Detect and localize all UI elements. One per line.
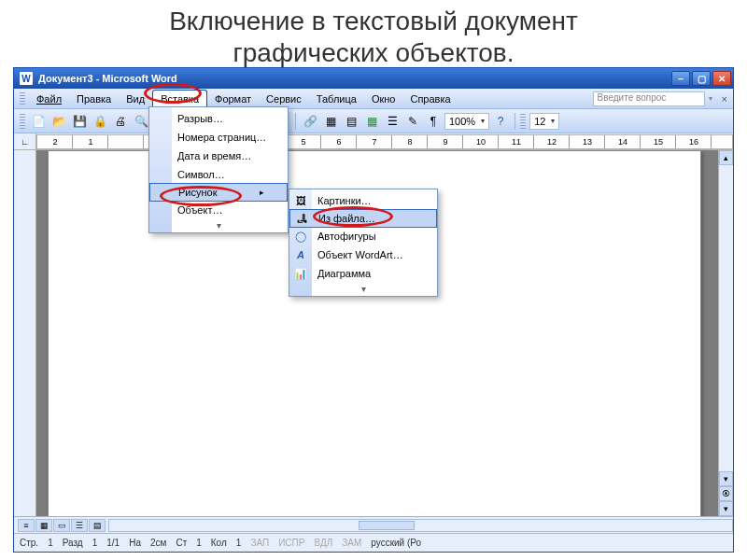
- insert-page-numbers[interactable]: Номера страниц…: [149, 128, 288, 147]
- status-page: 1: [48, 538, 53, 548]
- insert-break[interactable]: Разрыв…: [149, 109, 288, 128]
- help-dropdown-icon[interactable]: ▾: [709, 94, 712, 103]
- menu-file[interactable]: Файл: [29, 91, 69, 107]
- scroll-up-button[interactable]: ▴: [719, 150, 733, 165]
- vertical-scrollbar[interactable]: ▴ ▾ ⦿ ▾: [718, 150, 733, 516]
- menu-window[interactable]: Окно: [364, 91, 403, 107]
- toolbar-separator: [514, 113, 515, 130]
- status-pages: 1/1: [106, 538, 120, 548]
- status-ext: ВДЛ: [314, 538, 332, 548]
- horizontal-ruler-row: ∟ 2112345678910111213141516: [14, 133, 733, 150]
- menubar-grip[interactable]: [20, 92, 25, 105]
- print-preview-button[interactable]: 🔍: [132, 112, 150, 131]
- submenu-arrow-icon: ▸: [260, 188, 264, 197]
- browse-next-button[interactable]: ▾: [719, 501, 733, 516]
- document-map-button[interactable]: ¶: [424, 112, 443, 131]
- word-application-window: W Документ3 - Microsoft Word – ▢ ✕ Файл …: [13, 67, 734, 553]
- tables-borders-button[interactable]: ▦: [321, 112, 340, 131]
- document-close-button[interactable]: ×: [716, 93, 733, 105]
- chart-icon: 📊: [293, 266, 308, 281]
- picture-submenu: 🖼 Картинки… 🏞 Из файла… ◯ Автофигуры A О…: [289, 189, 438, 297]
- status-line: 1: [196, 538, 202, 548]
- help-button[interactable]: ?: [491, 112, 510, 131]
- web-view-button[interactable]: ▦: [35, 519, 52, 532]
- toolbar-separator: [295, 113, 296, 130]
- font-size-value: 12: [534, 116, 545, 127]
- vertical-ruler[interactable]: [14, 150, 36, 516]
- new-doc-button[interactable]: 📄: [29, 112, 48, 131]
- menu-table[interactable]: Таблица: [309, 91, 364, 107]
- zoom-combo[interactable]: 100% ▾: [444, 113, 489, 130]
- status-rec: ЗАП: [250, 538, 269, 548]
- formatting-toolbar-grip[interactable]: [520, 114, 526, 129]
- chevron-down-icon: ▾: [551, 117, 555, 125]
- insert-object[interactable]: Объект…: [149, 201, 288, 219]
- status-trk: ИСПР: [278, 538, 304, 548]
- open-button[interactable]: 📂: [49, 112, 68, 131]
- picture-from-file[interactable]: 🏞 Из файла…: [289, 209, 437, 228]
- standard-toolbar: 📄 📂 💾 🔒 🖨 🔍 ✂ ⧉ 📋 🖌 ↶ ↷ 🔗 ▦ ▤ ▦ ☰ ✎ ¶ 10…: [14, 109, 733, 133]
- status-language: русский (Ро: [371, 538, 421, 548]
- picture-chart[interactable]: 📊 Диаграмма: [289, 264, 437, 283]
- normal-view-button[interactable]: ≡: [18, 519, 35, 532]
- reading-view-button[interactable]: ▤: [89, 519, 106, 532]
- menu-help[interactable]: Справка: [402, 91, 458, 107]
- picture-wordart[interactable]: A Объект WordArt…: [289, 245, 437, 264]
- horizontal-ruler[interactable]: 2112345678910111213141516: [36, 134, 733, 149]
- chevron-down-icon: ▾: [481, 117, 485, 125]
- insert-menu-dropdown: Разрыв… Номера страниц… Дата и время… Си…: [148, 106, 289, 233]
- status-section: 1: [92, 538, 98, 548]
- browse-prev-button[interactable]: ⦿: [719, 486, 733, 501]
- toolbar-grip[interactable]: [20, 114, 25, 129]
- menu-tools[interactable]: Сервис: [259, 91, 309, 107]
- print-button[interactable]: 🖨: [111, 112, 130, 131]
- tab-selector[interactable]: ∟: [14, 133, 36, 149]
- maximize-button[interactable]: ▢: [692, 71, 711, 86]
- menu-view[interactable]: Вид: [119, 91, 152, 107]
- drawing-button[interactable]: ✎: [403, 112, 422, 131]
- titlebar: W Документ3 - Microsoft Word – ▢ ✕: [14, 68, 733, 89]
- picture-clipart[interactable]: 🖼 Картинки…: [289, 191, 437, 210]
- from-file-icon: 🏞: [294, 211, 309, 226]
- minimize-button[interactable]: –: [671, 71, 690, 86]
- print-view-button[interactable]: ▭: [53, 519, 70, 532]
- picture-autoshapes[interactable]: ◯ Автофигуры: [289, 227, 437, 245]
- font-size-combo[interactable]: 12 ▾: [529, 113, 559, 130]
- autoshapes-icon: ◯: [293, 229, 308, 244]
- insert-table-button[interactable]: ▤: [342, 112, 360, 131]
- menubar: Файл Правка Вид Вставка Формат Сервис Та…: [14, 89, 733, 109]
- zoom-value: 100%: [449, 116, 475, 127]
- menu-insert[interactable]: Вставка: [152, 90, 207, 107]
- slide-title-line1: Включение в текстовый документ: [0, 6, 747, 37]
- save-button[interactable]: 💾: [70, 112, 89, 131]
- status-section-label: Разд: [63, 538, 83, 548]
- hyperlink-button[interactable]: 🔗: [301, 112, 319, 131]
- close-button[interactable]: ✕: [712, 71, 731, 86]
- menu-edit[interactable]: Правка: [69, 91, 119, 107]
- status-col: 1: [236, 538, 242, 548]
- hscroll-thumb[interactable]: [359, 521, 415, 530]
- scroll-track[interactable]: [719, 165, 733, 471]
- scroll-down-button[interactable]: ▾: [719, 471, 733, 486]
- columns-button[interactable]: ☰: [383, 112, 402, 131]
- ruler-labels: 2112345678910111213141516: [37, 137, 712, 147]
- menu-format[interactable]: Формат: [207, 91, 259, 107]
- outline-view-button[interactable]: ☰: [71, 519, 88, 532]
- slide-title-line2: графических объектов.: [0, 37, 747, 69]
- slide-title: Включение в текстовый документ графическ…: [0, 0, 747, 72]
- window-title: Документ3 - Microsoft Word: [38, 73, 671, 84]
- insert-picture[interactable]: Рисунок ▸: [149, 183, 288, 202]
- status-page-label: Стр.: [20, 538, 38, 548]
- status-ovr: ЗАМ: [342, 538, 361, 548]
- insert-date-time[interactable]: Дата и время…: [149, 147, 288, 165]
- excel-button[interactable]: ▦: [362, 112, 381, 131]
- clipart-icon: 🖼: [293, 193, 308, 208]
- word-app-icon: W: [20, 72, 33, 85]
- statusbar: Стр. 1 Разд 1 1/1 На 2см Ст 1 Кол 1 ЗАП …: [14, 533, 733, 552]
- status-at-label: На: [129, 538, 141, 548]
- horizontal-scrollbar[interactable]: [108, 519, 733, 532]
- permission-button[interactable]: 🔒: [91, 112, 109, 131]
- status-line-label: Ст: [176, 538, 187, 548]
- help-search-input[interactable]: Введите вопрос: [593, 91, 705, 106]
- insert-symbol[interactable]: Символ…: [149, 165, 288, 184]
